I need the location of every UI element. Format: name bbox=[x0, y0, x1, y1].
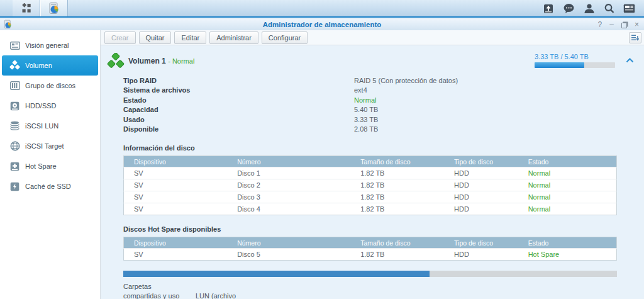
table-header-row: Dispositivo Número Tamaño de disco Tipo … bbox=[124, 156, 617, 167]
volume-title: Volumen 1 - Normal bbox=[128, 57, 194, 65]
sidebar-item-label: Visión general bbox=[25, 42, 69, 49]
disk-info-table: Dispositivo Número Tamaño de disco Tipo … bbox=[123, 155, 617, 215]
detail-row: Sistema de archivosext4 bbox=[123, 86, 638, 96]
close-button[interactable]: × bbox=[635, 20, 639, 29]
quitar-button[interactable]: Quitar bbox=[139, 31, 172, 44]
volume-name: Volumen 1 bbox=[128, 57, 166, 65]
iscsi-lun-icon bbox=[9, 121, 20, 131]
sidebar-item-grupo-de-discos[interactable]: Grupo de discos bbox=[2, 76, 98, 96]
detail-row: Tipo RAIDRAID 5 (Con protección de datos… bbox=[123, 76, 638, 86]
search-icon[interactable] bbox=[604, 3, 614, 14]
table-header-row: Dispositivo Número Tamaño de disco Tipo … bbox=[124, 237, 617, 249]
sort-icon bbox=[631, 35, 639, 42]
sidebar-item-iscsi-target[interactable]: iSCSI Target bbox=[2, 136, 98, 156]
desktop-taskbar bbox=[0, 0, 644, 18]
user-account-icon[interactable] bbox=[584, 3, 595, 14]
editar-button[interactable]: Editar bbox=[174, 31, 206, 44]
storage-manager-window: Visión general Volumen Grupo de discos H… bbox=[0, 30, 644, 299]
minimize-button[interactable]: – bbox=[609, 20, 614, 29]
sort-button[interactable] bbox=[629, 32, 641, 43]
taskbar-tray bbox=[543, 0, 644, 16]
sidebar-item-label: iSCSI LUN bbox=[25, 122, 58, 130]
hot-spare-section: Discos Hot Spare disponibles Dispositivo… bbox=[123, 225, 617, 261]
window-titlebar: Administrador de almacenamiento ? – × bbox=[0, 19, 644, 30]
main-menu-button[interactable] bbox=[13, 0, 40, 16]
volume-usage-fill bbox=[535, 62, 584, 68]
sidebar-item-cache-ssd[interactable]: Caché de SSD bbox=[2, 176, 98, 196]
hot-spare-title: Discos Hot Spare disponibles bbox=[123, 225, 617, 233]
background-tasks-icon[interactable] bbox=[543, 3, 554, 14]
restore-button[interactable] bbox=[621, 23, 627, 28]
summary-usage-bar bbox=[123, 271, 617, 277]
sidebar-item-vision-general[interactable]: Visión general bbox=[2, 35, 98, 55]
sidebar-item-label: Grupo de discos bbox=[25, 82, 75, 89]
ssd-cache-icon bbox=[9, 182, 20, 191]
toolbar: Crear Quitar Editar Administrar Configur… bbox=[101, 30, 644, 45]
volume-usage-widget: 3.33 TB / 5.40 TB bbox=[535, 53, 615, 68]
administrar-button[interactable]: Administrar bbox=[209, 31, 258, 44]
volume-cubes-icon bbox=[107, 53, 125, 71]
volume-panel: Volumen 1 - Normal 3.33 TB / 5.40 TB bbox=[101, 45, 644, 299]
detail-row: Usado3.33 TB bbox=[123, 115, 638, 125]
sidebar-item-hdd-ssd[interactable]: HDD/SSD bbox=[2, 96, 98, 116]
detail-row: Capacidad5.40 TB bbox=[123, 105, 638, 115]
usage-stats: Carpetas compartidas y uso del sistema 3… bbox=[123, 282, 638, 299]
detail-row: Disponible2.08 TB bbox=[123, 125, 638, 135]
table-row[interactable]: SVDisco 51.82 TBHDDHot Spare bbox=[124, 249, 617, 261]
iscsi-target-icon bbox=[9, 141, 20, 151]
sidebar-item-label: Volumen bbox=[25, 62, 52, 69]
sidebar-item-hot-spare[interactable]: Hot Spare bbox=[2, 156, 98, 176]
disk-info-title: Información del disco bbox=[123, 144, 617, 152]
collapse-chevron-icon[interactable] bbox=[626, 57, 634, 64]
stat-lun: LUN (archivo normal) 0Bytes bbox=[196, 282, 252, 299]
hot-spare-icon bbox=[9, 162, 20, 171]
sidebar-item-label: Caché de SSD bbox=[25, 183, 71, 190]
sidebar-item-volumen[interactable]: Volumen bbox=[2, 55, 98, 76]
main-menu-icon bbox=[21, 3, 31, 13]
main-panel: Crear Quitar Editar Administrar Configur… bbox=[101, 30, 644, 299]
sidebar-item-iscsi-lun[interactable]: iSCSI LUN bbox=[2, 116, 98, 136]
storage-manager-icon bbox=[48, 2, 60, 14]
volume-details: Tipo RAIDRAID 5 (Con protección de datos… bbox=[123, 76, 638, 134]
hdd-icon bbox=[9, 101, 20, 111]
volume-icon bbox=[9, 60, 20, 71]
volume-usage-track bbox=[535, 62, 615, 68]
disk-info-section: Información del disco Dispositivo Número… bbox=[123, 144, 617, 215]
estado-value: Normal bbox=[354, 96, 376, 104]
storage-manager-taskbar-button[interactable] bbox=[40, 0, 68, 16]
overview-icon bbox=[9, 42, 20, 50]
sidebar-item-label: Hot Spare bbox=[25, 162, 57, 170]
stat-shared-folders: Carpetas compartidas y uso del sistema 3… bbox=[123, 282, 183, 299]
hot-spare-table: Dispositivo Número Tamaño de disco Tipo … bbox=[123, 237, 617, 261]
volume-usage-text: 3.33 TB / 5.40 TB bbox=[535, 53, 615, 60]
table-row[interactable]: SVDisco 41.82 TBHDDNormal bbox=[124, 203, 617, 215]
sidebar-item-label: HDD/SSD bbox=[25, 102, 57, 110]
window-controls: ? – × bbox=[598, 20, 639, 29]
detail-row: EstadoNormal bbox=[123, 95, 638, 105]
widgets-panel-icon[interactable] bbox=[623, 4, 635, 13]
table-row[interactable]: SVDisco 31.82 TBHDDNormal bbox=[124, 191, 617, 203]
window-title: Administrador de almacenamiento bbox=[0, 21, 644, 28]
crear-button[interactable]: Crear bbox=[104, 31, 136, 44]
notifications-icon[interactable] bbox=[563, 3, 575, 14]
help-button[interactable]: ? bbox=[598, 20, 602, 29]
table-row[interactable]: SVDisco 11.82 TBHDDNormal bbox=[124, 167, 617, 179]
summary-bar-fill bbox=[123, 271, 430, 277]
volume-status: - Normal bbox=[168, 57, 194, 65]
sidebar: Visión general Volumen Grupo de discos H… bbox=[0, 30, 101, 299]
table-row[interactable]: SVDisco 21.82 TBHDDNormal bbox=[124, 179, 617, 191]
sidebar-item-label: iSCSI Target bbox=[25, 142, 64, 150]
volume-header[interactable]: Volumen 1 - Normal 3.33 TB / 5.40 TB bbox=[106, 52, 638, 74]
volume-status-text: Normal bbox=[172, 57, 194, 65]
disk-group-icon bbox=[9, 81, 20, 90]
stat-available: Disponible 2.1TB bbox=[284, 282, 323, 299]
configurar-button[interactable]: Configurar bbox=[262, 31, 308, 44]
